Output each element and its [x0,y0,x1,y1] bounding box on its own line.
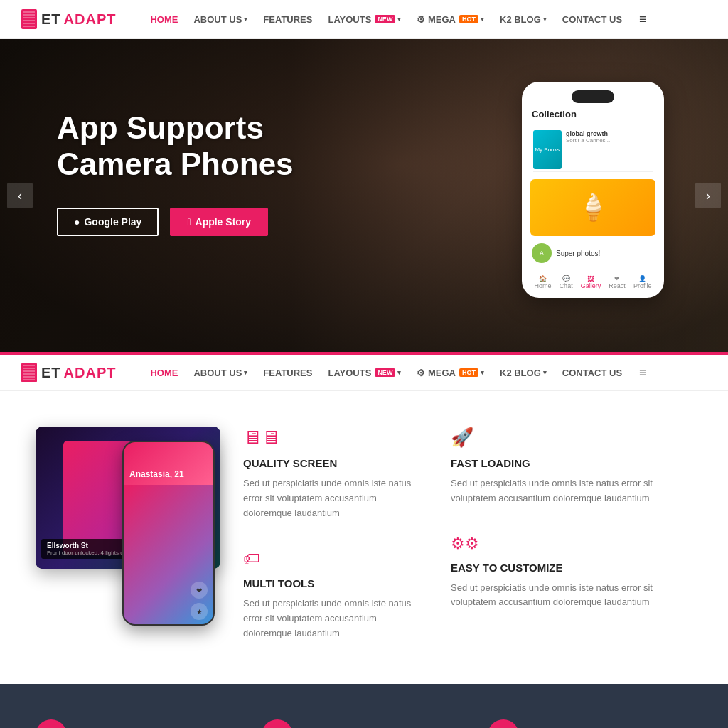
dark-photo-editor: ✏ PHOTO EDITOR Sed ut perspiciatis unde … [36,719,240,728]
chevron-icon: ▾ [397,16,401,23]
nav2-home[interactable]: HOME [144,368,183,378]
chevron-icon-5: ▾ [543,369,547,376]
phone-content: My Books global growth Sortir a Cannes..… [528,125,658,289]
settings-icon: ⚙⚙ [451,535,692,553]
book-info: global growth Sortir a Cannes... [562,130,653,169]
tablet-street: Ellsworth St [47,542,128,550]
nav-contact[interactable]: CONTACT US [557,14,628,25]
dark-section: ✏ PHOTO EDITOR Sed ut perspiciatis unde … [0,684,728,728]
hero-buttons: ● Google Play  Apple Story [57,208,294,236]
chevron-icon-2: ▾ [244,369,247,376]
camera-icon-group: 📷 [262,719,466,728]
hot-badge: HOT [459,15,478,23]
new-badge-2: NEW [375,368,395,377]
nav-items-2: HOME ABOUT US ▾ FEATURES LAYOUTS NEW ▾ ⚙… [144,365,707,380]
hero-next-arrow[interactable]: › [695,183,721,208]
feature-customize-title: EASY TO CUSTOMIZE [451,562,692,574]
dark-drawing-camera: 📷 DRAWING & CAMERA Sed ut perspiciatis u… [262,719,466,728]
photo-editor-icon-group: ✏ [36,719,240,728]
logo-adapt: ADAPT [64,11,117,28]
book-cover-1: My Books [533,130,562,169]
feature-tools-desc: Sed ut perspiciatis unde omnis iste natu… [243,596,422,641]
chevron-icon-4: ▾ [481,369,484,376]
phone2-user-name: Anastasia, 21 [129,469,184,479]
dark-grid: ✏ PHOTO EDITOR Sed ut perspiciatis unde … [36,719,692,728]
nav-mega[interactable]: ⚙ MEGA HOT ▾ [411,14,490,25]
commenter-avatar: A [532,243,552,263]
android-icon: ● [74,216,80,228]
nav-layouts[interactable]: LAYOUTS NEW ▾ [322,14,407,25]
phone-bottom-nav: 🏠Home 💬Chat 🖼Gallery ❤React 👤Profile [530,269,655,289]
feature-easy-customize: ⚙⚙ EASY TO CUSTOMIZE Sed ut perspiciatis… [451,535,692,611]
hero-content: App Supports Camera Phones ● Google Play… [57,110,294,236]
phone-nav-home[interactable]: 🏠Home [535,275,552,289]
apple-story-button[interactable]:  Apple Story [170,208,268,236]
nav-home[interactable]: HOME [144,14,183,25]
nav2-features[interactable]: FEATURES [257,368,318,378]
phone-notch [572,90,614,103]
chevron-icon-3: ▾ [397,369,401,376]
nav-features[interactable]: FEATURES [257,14,318,25]
nav-about[interactable]: ABOUT US ▾ [188,14,253,25]
heart-action-btn[interactable]: ❤ [191,582,208,599]
nav2-layouts[interactable]: LAYOUTS NEW ▾ [322,368,407,378]
phone2-body: ❤ ★ [124,485,213,626]
chevron-icon: ▾ [481,16,484,23]
check-icon-circle: ✓ [488,719,519,728]
hero-prev-arrow[interactable]: ‹ [7,183,33,208]
apple-icon:  [187,216,191,228]
phone2-header: Anastasia, 21 [124,442,213,485]
phone-banner: 🍦 [530,179,655,236]
feature-multi-tools: 🏷 MULTI TOOLS Sed ut perspiciatis unde o… [243,549,422,641]
hero-title: App Supports Camera Phones [57,110,294,182]
phone-nav-react[interactable]: ❤React [609,275,626,289]
logo-et: ET [41,11,61,28]
phone-list: My Books global growth Sortir a Cannes..… [530,125,655,175]
features-right-col: 🚀 FAST LOADING Sed ut perspiciatis unde … [451,427,692,641]
check-icon-group: ✓ [488,719,692,728]
hero-section: App Supports Camera Phones ● Google Play… [0,39,728,352]
nav2-about[interactable]: ABOUT US ▾ [188,368,253,378]
rocket-icon: 🚀 [451,427,692,449]
tag-icon: 🏷 [243,549,422,569]
feature-loading-desc: Sed ut perspiciatis unde omnis iste natu… [451,476,692,506]
nav2-contact[interactable]: CONTACT US [557,368,628,378]
monitor-icon: 🖥 [243,427,422,449]
logo-icon [21,9,37,29]
feature-fast-loading: 🚀 FAST LOADING Sed ut perspiciatis unde … [451,427,692,506]
phone-nav-gallery[interactable]: 🖼Gallery [581,275,601,289]
phone-nav-chat[interactable]: 💬Chat [560,275,573,289]
camera-icon-circle: 📷 [262,719,293,728]
chevron-icon: ▾ [244,16,247,23]
phone-nav-profile[interactable]: 👤Profile [633,275,652,289]
feature-quality-screen: 🖥 QUALITY SCREEN Sed ut perspiciatis und… [243,427,422,520]
pencil-icon-circle: ✏ [36,719,67,728]
new-badge: NEW [375,15,395,23]
nav-items: HOME ABOUT US ▾ FEATURES LAYOUTS NEW ▾ ⚙… [144,12,707,27]
nav2-k2blog[interactable]: K2 BLOG ▾ [494,368,552,378]
feature-customize-desc: Sed ut perspiciatis unde omnis iste natu… [451,581,692,611]
ice-cream-icon: 🍦 [577,193,609,223]
feature-quality-desc: Sed ut perspiciatis unde omnis iste natu… [243,476,422,520]
nav-k2blog[interactable]: K2 BLOG ▾ [494,14,552,25]
feature-loading-title: FAST LOADING [451,457,692,469]
phone2-actions: ❤ ★ [191,582,208,620]
phone-list-item: My Books global growth Sortir a Cannes..… [533,128,653,172]
logo[interactable]: ET ADAPT [21,9,116,29]
phone-mockup: Collection My Books global growth Sortir… [522,82,664,298]
features-left-col: 🖥 QUALITY SCREEN Sed ut perspiciatis und… [243,427,422,641]
feature-tools-title: MULTI TOOLS [243,577,422,589]
tablet-sub: Front door unlocked. 4 lights on. [47,550,128,556]
hamburger-menu-2[interactable]: ≡ [639,365,647,380]
star-action-btn[interactable]: ★ [191,603,208,620]
logo-2[interactable]: ET ADAPT [21,363,116,382]
comment-text: Super photos! [556,250,600,257]
device-mockup-area: 👤 Ellsworth St Front door unlocked. 4 li… [36,427,215,626]
nav2-mega[interactable]: ⚙ MEGA HOT ▾ [411,368,490,378]
logo-adapt-2: ADAPT [64,365,117,381]
hamburger-menu[interactable]: ≡ [639,12,647,27]
features-section: 🖥 QUALITY SCREEN Sed ut perspiciatis und… [0,391,728,684]
google-play-button[interactable]: ● Google Play [57,208,159,236]
features-grid: 🖥 QUALITY SCREEN Sed ut perspiciatis und… [36,427,692,663]
chevron-icon: ▾ [543,16,547,23]
